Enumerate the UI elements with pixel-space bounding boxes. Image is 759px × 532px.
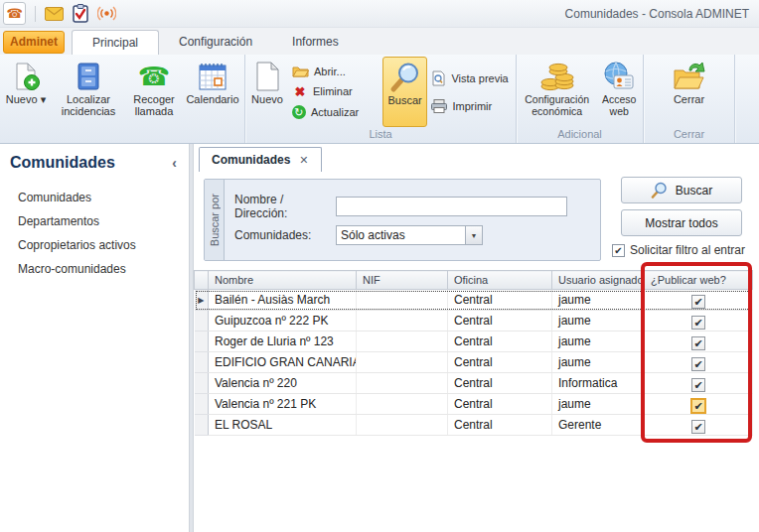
cell-nombre: Guipuzcoa nº 222 PK: [209, 311, 357, 332]
cell-nif: [357, 332, 448, 352]
table-row[interactable]: EDIFICIO GRAN CANARIACentraljaume✔: [195, 352, 753, 373]
comunidades-dropdown[interactable]: Sólo activas ▼: [336, 225, 483, 245]
recoger-llamada-button[interactable]: ☎ Recoger llamada: [126, 57, 182, 127]
cell-oficina: Central: [448, 373, 552, 394]
title-bar: ☎ Comunidades - Consola ADMINET: [0, 0, 759, 28]
sidebar-item-comunidades[interactable]: Comunidades: [0, 186, 189, 209]
acceso-web-button[interactable]: Acceso web: [596, 57, 642, 127]
table-row[interactable]: Guipuzcoa nº 222 PKCentraljaume✔: [195, 311, 753, 332]
collapse-sidebar-icon[interactable]: ‹: [172, 155, 177, 171]
col-header-nif[interactable]: NIF: [357, 271, 448, 290]
vista-previa-button[interactable]: Vista previa: [431, 70, 511, 86]
nombre-direccion-input[interactable]: [336, 197, 567, 216]
row-indicator[interactable]: ▶: [195, 290, 209, 311]
calendar-icon: [198, 60, 228, 93]
sidebar-item-departamentos[interactable]: Departamentos: [0, 209, 189, 233]
app-menu-button[interactable]: Adminet: [3, 31, 65, 54]
row-indicator[interactable]: [195, 373, 209, 394]
dropdown-arrow-button[interactable]: ▼: [465, 226, 482, 244]
ribbon-group-adicional: Configuración económica Acceso web Adici…: [517, 55, 644, 143]
eliminar-button[interactable]: ✖ Eliminar: [292, 84, 379, 99]
communities-grid: Nombre NIF Oficina Usuario asignado ¿Pub…: [194, 270, 752, 436]
cell-oficina: Central: [448, 311, 552, 332]
sidebar-items: Comunidades Departamentos Copropietarios…: [0, 186, 189, 281]
cell-publicar-web: ✔: [645, 290, 753, 311]
web-access-icon: [603, 60, 635, 93]
publicar-web-checkbox[interactable]: ✔: [691, 357, 705, 371]
configuracion-economica-button[interactable]: Configuración económica: [518, 57, 596, 127]
solicitar-filtro-label: Solicitar filtro al entrar: [630, 243, 745, 257]
cell-oficina: Central: [448, 332, 552, 352]
col-header-usuario-asignado[interactable]: Usuario asignado: [552, 271, 645, 290]
mail-icon[interactable]: [45, 7, 64, 21]
cell-publicar-web: ✔: [645, 394, 753, 415]
calendario-button[interactable]: Calendario: [182, 57, 243, 127]
phone-app-icon: ☎: [6, 6, 22, 21]
cell-nombre: Bailén - Ausiàs March: [209, 290, 357, 311]
row-indicator[interactable]: [195, 352, 209, 373]
table-row[interactable]: ▶Bailén - Ausiàs MarchCentraljaume✔: [195, 290, 753, 311]
group-label-adicional: Adicional: [517, 127, 643, 143]
publicar-web-checkbox[interactable]: ✔: [691, 378, 705, 392]
tab-configuracion[interactable]: Configuración: [159, 30, 272, 55]
tab-principal[interactable]: Principal: [72, 30, 159, 55]
cerrar-button[interactable]: Cerrar: [662, 57, 717, 127]
ribbon-tab-row: Adminet Principal Configuración Informes: [0, 28, 759, 55]
mostrar-todos-button[interactable]: Mostrar todos: [621, 209, 742, 236]
sidebar-item-macro-comunidades[interactable]: Macro-comunidades: [0, 257, 189, 281]
grid-header-row: Nombre NIF Oficina Usuario asignado ¿Pub…: [195, 271, 753, 290]
clipboard-check-icon[interactable]: [73, 4, 88, 23]
publicar-web-checkbox[interactable]: ✔: [691, 336, 705, 350]
publicar-web-checkbox[interactable]: ✔: [690, 398, 706, 414]
cell-publicar-web: ✔: [645, 332, 753, 352]
cell-nombre: Roger de Lluria nº 123: [209, 332, 357, 352]
print-preview-icon: [431, 70, 446, 86]
abrir-button[interactable]: Abrir...: [292, 65, 379, 77]
comunidades-filter-label: Comunidades:: [234, 228, 336, 242]
open-folder-icon: [292, 65, 309, 77]
row-indicator[interactable]: [195, 394, 209, 415]
cell-usuario: Gerente: [552, 415, 645, 436]
lista-small-buttons: Abrir... ✖ Eliminar ↻ Actualizar: [288, 57, 382, 127]
cell-nif: [357, 352, 448, 373]
close-tab-icon[interactable]: ✕: [299, 154, 308, 167]
row-indicator[interactable]: [195, 311, 209, 332]
sidebar-item-copropietarios-activos[interactable]: Copropietarios activos: [0, 233, 189, 257]
buscar-ribbon-button[interactable]: Buscar: [382, 57, 428, 127]
buscar-button[interactable]: Buscar: [621, 177, 742, 203]
cell-publicar-web: ✔: [645, 311, 753, 332]
publicar-web-checkbox[interactable]: ✔: [691, 316, 705, 330]
table-row[interactable]: Valencia nº 221 PKCentraljaume✔: [195, 394, 753, 415]
table-row[interactable]: Roger de Lluria nº 123Centraljaume✔: [195, 332, 753, 352]
comunidades-dropdown-value: Sólo activas: [337, 228, 405, 242]
solicitar-filtro-checkbox-row[interactable]: ✔ Solicitar filtro al entrar: [612, 243, 745, 257]
publicar-web-checkbox[interactable]: ✔: [691, 295, 705, 309]
cell-nombre: Valencia nº 220: [209, 373, 357, 394]
cell-publicar-web: ✔: [645, 352, 753, 373]
row-indicator[interactable]: [195, 415, 209, 436]
window-title: Comunidades - Consola ADMINET: [565, 7, 749, 21]
nombre-direccion-label: Nombre / Dirección:: [234, 193, 336, 220]
publicar-web-checkbox[interactable]: ✔: [691, 420, 705, 434]
lista-nuevo-button[interactable]: Nuevo: [246, 57, 288, 127]
file-cabinet-icon: [75, 60, 102, 93]
localizar-incidencias-button[interactable]: Localizar incidencias: [51, 57, 126, 127]
cell-nombre: Valencia nº 221 PK: [209, 394, 357, 415]
col-header-nombre[interactable]: Nombre: [209, 271, 357, 290]
nuevo-dropdown-button[interactable]: Nuevo ▾: [1, 57, 51, 127]
table-row[interactable]: Valencia nº 220CentralInformatica✔: [195, 373, 753, 394]
ribbon-filler: [735, 55, 759, 143]
table-row[interactable]: EL ROSALCentralGerente✔: [195, 415, 753, 436]
actualizar-button[interactable]: ↻ Actualizar: [292, 105, 379, 119]
col-header-oficina[interactable]: Oficina: [448, 271, 552, 290]
checkbox-checked-icon[interactable]: ✔: [612, 244, 625, 257]
tab-informes[interactable]: Informes: [272, 30, 359, 55]
col-header-publicar-web[interactable]: ¿Publicar web?: [645, 271, 753, 290]
row-indicator[interactable]: [195, 332, 209, 352]
broadcast-icon[interactable]: [97, 4, 116, 23]
document-tab-comunidades[interactable]: Comunidades ✕: [199, 147, 322, 172]
imprimir-button[interactable]: Imprimir: [431, 99, 511, 113]
app-icon[interactable]: ☎: [3, 2, 26, 25]
blank-page-icon: [254, 60, 280, 93]
cell-usuario: Informatica: [552, 373, 645, 394]
